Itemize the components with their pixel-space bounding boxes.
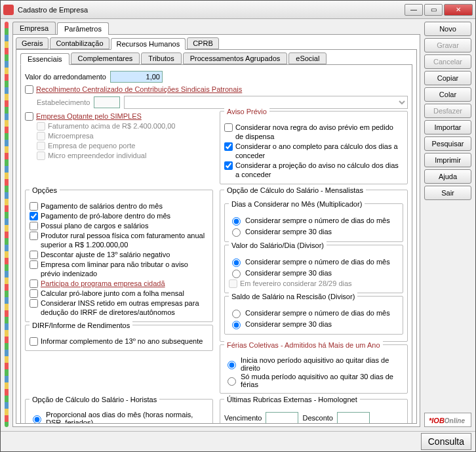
btn-desfazer[interactable]: Desfazer — [424, 104, 471, 118]
chk-dirf-complemento[interactable] — [30, 337, 38, 346]
label-resc-numdias: Considerar sempre o número de dias do mê… — [245, 309, 390, 317]
subtab-contabilizacao[interactable]: Contabilização — [50, 37, 109, 49]
color-stripe — [5, 22, 9, 427]
legend-dirf: DIRF/Informe de Rendimentos — [30, 321, 132, 329]
radio-hor1[interactable] — [33, 415, 41, 424]
radio-div-30[interactable] — [232, 270, 241, 278]
chk-op8[interactable] — [30, 289, 38, 298]
chk-op5[interactable] — [30, 251, 38, 259]
radio-mult-30[interactable] — [232, 228, 241, 237]
label-microempresa: Microempresa — [48, 131, 94, 140]
chk-simples[interactable] — [25, 112, 33, 121]
legend-ult-rubricas: Últimas Rubricas Externas - Homolognet — [224, 396, 360, 403]
tab-parametros[interactable]: Parâmetros — [57, 22, 109, 35]
legend-valor-sal-dia: Valor do Salário/Dia (Divisor) — [229, 241, 327, 249]
minimize-button[interactable]: — — [405, 4, 423, 16]
radio-resc-numdias[interactable] — [232, 310, 241, 318]
label-fev2829: Em fevereiro considerar 28/29 dias — [240, 279, 352, 288]
radio-fc-somuda[interactable] — [228, 377, 236, 386]
sub2tab-complementares[interactable]: Complementares — [71, 52, 140, 64]
legend-aviso-previo: Aviso Prévio — [224, 108, 269, 115]
label-op1: Pagamento de salários dentro do mês — [41, 201, 163, 211]
sub2tab-essenciais[interactable]: Essenciais — [20, 53, 69, 65]
radio-mult-numdias[interactable] — [232, 217, 241, 226]
label-mult-numdias: Considerar sempre o número de dias do mê… — [245, 216, 390, 224]
btn-imprimir[interactable]: Imprimir — [424, 153, 471, 167]
btn-sair[interactable]: Sair — [424, 186, 471, 200]
btn-novo[interactable]: Novo — [424, 22, 471, 36]
input-estabelecimento-cod — [94, 96, 120, 108]
chk-op9[interactable] — [30, 299, 38, 308]
legend-opcalc-mensalistas: Opção de Cálculo do Salário - Mensalista… — [224, 186, 366, 194]
legend-opcoes: Opções — [30, 186, 60, 194]
chk-fev2829 — [229, 279, 237, 288]
label-valor-arredondamento: Valor do arredondamento — [25, 73, 106, 81]
btn-importar[interactable]: Importar — [424, 120, 471, 134]
chk-op6[interactable] — [30, 260, 38, 269]
label-faturamento-acima: Faturamento acima de R$ 2.400.000,00 — [48, 121, 175, 131]
input-vencimento[interactable] — [266, 412, 298, 424]
chk-recolhimento-centralizado[interactable] — [25, 85, 33, 94]
sub2tab-tributos[interactable]: Tributos — [141, 52, 181, 64]
subtab-recursos-humanos[interactable]: Recursos Humanos — [111, 38, 186, 50]
tab-empresa[interactable]: Empresa — [12, 22, 56, 34]
chk-ap-nova-regra[interactable] — [224, 123, 233, 132]
legend-saldo-rescisao: Saldo de Salário na Rescisão (Divisor) — [229, 293, 357, 300]
sub2tab-esocial[interactable]: eSocial — [288, 52, 327, 64]
iob-logo[interactable]: *IOBOnline — [424, 413, 471, 427]
window-title: Cadastro de Empresa — [18, 6, 405, 14]
label-ap3: Considerar a projeção do aviso no cálcul… — [235, 161, 403, 179]
btn-copiar[interactable]: Copiar — [424, 71, 471, 85]
btn-pesquisar[interactable]: Pesquisar — [424, 136, 471, 151]
chk-op4[interactable] — [30, 232, 38, 240]
radio-fc-inicia[interactable] — [228, 361, 236, 369]
btn-cancelar[interactable]: Cancelar — [424, 54, 471, 69]
radio-resc-30[interactable] — [232, 321, 241, 329]
btn-gravar[interactable]: Gravar — [424, 38, 471, 52]
label-fc1: Inicia novo período aquisitivo ao quitar… — [241, 356, 403, 372]
input-valor-arredondamento[interactable] — [110, 71, 163, 83]
sub2tab-proc-agrupados[interactable]: Processamentos Agrupados — [183, 52, 288, 64]
label-estabelecimento: Estabelecimento — [37, 98, 90, 106]
label-op4: Produtor rural pessoa física com faturam… — [41, 231, 208, 249]
chk-pequeno-porte — [37, 142, 45, 150]
subtab-gerais[interactable]: Gerais — [16, 37, 49, 49]
chk-op2[interactable] — [30, 212, 38, 220]
btn-ajuda[interactable]: Ajuda — [424, 169, 471, 184]
label-hor1: Proporcional aos dias do mês (horas norm… — [46, 411, 208, 424]
label-ap1: Considerar nova regra do aviso prévio em… — [235, 123, 403, 141]
label-op8: Calcular pró-labore junto com a folha me… — [41, 289, 184, 298]
label-ap2: Considerar o ano completo para cálculo d… — [235, 142, 403, 160]
label-div-30: Considerar sempre 30 dias — [245, 269, 332, 277]
label-op2: Pagamento de pró-labore dentro do mês — [41, 211, 170, 220]
chk-mei — [37, 152, 45, 160]
label-div-numdias: Considerar sempre o número de dias do mê… — [245, 258, 390, 266]
label-op9: Considerar INSS retido em outras empresa… — [41, 298, 208, 317]
legend-ferias-coletivas: Férias Coletivas - Admitidos há Mais de … — [224, 341, 383, 349]
app-icon — [3, 5, 14, 15]
subtab-cprb[interactable]: CPRB — [187, 37, 219, 49]
chk-ap-ano-completo[interactable] — [224, 142, 233, 151]
label-op3: Possui plano de cargos e salários — [41, 221, 148, 230]
label-op7: Participa do programa empresa cidadã — [41, 279, 165, 288]
radio-div-numdias[interactable] — [232, 258, 241, 267]
chk-microempresa — [37, 132, 45, 140]
chk-op7[interactable] — [30, 279, 38, 288]
btn-colar[interactable]: Colar — [424, 87, 471, 102]
maximize-button[interactable]: ▭ — [424, 4, 443, 16]
chk-ap-projecao[interactable] — [224, 161, 233, 170]
legend-dias-multiplicador: Dias a Considerar no Mês (Multiplicador) — [229, 200, 365, 208]
close-button[interactable]: ✕ — [444, 4, 473, 16]
label-op6: Empresa com liminar para não tributar o … — [41, 260, 208, 278]
label-resc-30: Considerar sempre 30 dias — [245, 320, 332, 328]
label-pequeno-porte: Empresa de pequeno porte — [48, 141, 135, 150]
label-desconto: Desconto — [302, 414, 332, 422]
input-desconto[interactable] — [337, 412, 370, 424]
label-dirf1: Informar complemento de 13º no ano subse… — [41, 337, 203, 346]
chk-op1[interactable] — [30, 202, 38, 211]
chk-op3[interactable] — [30, 222, 38, 230]
chk-faturamento-acima — [37, 122, 45, 131]
label-op5: Descontar ajuste de 13º salário negativo — [41, 250, 170, 259]
btn-consulta[interactable]: Consulta — [421, 433, 471, 450]
label-simples: Empresa Optante pelo SIMPLES — [36, 112, 142, 121]
